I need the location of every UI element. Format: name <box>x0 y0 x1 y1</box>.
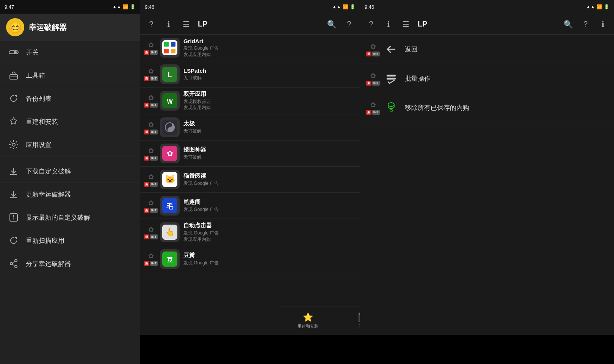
svg-line-16 <box>13 261 15 263</box>
right-menu-button[interactable]: ☰ <box>399 17 413 31</box>
flower-icon: ✿ <box>147 173 155 181</box>
wifi-icon-right: 📶 <box>597 4 602 9</box>
signal-icon-right: ▲▲ <box>586 4 595 9</box>
right-menu-item-remove-iap[interactable]: ✿ 新 INT 移除所有已保存的内购 <box>360 93 614 122</box>
badge-new: 新 <box>144 76 149 81</box>
app-list-item[interactable]: ✿ 新 INT W 双开应用 发现授权验证发现应用内购 <box>140 87 360 115</box>
logo-emoji: 😊 <box>9 21 22 34</box>
bottom-nav-left: ⭐ 重建和安装 ⬛ 开关 🧰 工具箱 🔄 备份列表 <box>280 306 360 335</box>
right-menu-item-batch[interactable]: ✿ 新 INT 批量操作 <box>360 64 614 93</box>
sidebar-item-update[interactable]: 更新幸运破解器 <box>0 183 140 206</box>
svg-rect-40 <box>387 78 396 80</box>
sidebar-item-share[interactable]: 分享幸运破解器 <box>0 252 140 275</box>
svg-rect-20 <box>171 42 175 47</box>
sidebar-item-rescan[interactable]: 重新扫描应用 <box>0 229 140 252</box>
svg-text:毛: 毛 <box>166 203 174 210</box>
left-help-button[interactable]: ? <box>144 17 158 31</box>
badge-int: INT <box>150 103 158 108</box>
search-icon-right: 🔍 <box>564 20 573 29</box>
right-help-button[interactable]: ? <box>364 17 378 31</box>
app-list-item[interactable]: ✿ 新 INT ✿ 搂图神器 无可破解 <box>140 141 360 167</box>
sidebar-item-switch[interactable]: 开关 <box>0 41 140 64</box>
sidebar-item-toolbox[interactable]: 工具箱 <box>0 64 140 87</box>
svg-text:👆: 👆 <box>165 228 175 237</box>
badge-tags: 新 INT <box>144 182 158 187</box>
badge-tags: 新 INT <box>144 130 158 134</box>
nav-rebuild-label-left: 重建和安装 <box>298 323 318 329</box>
sidebar-item-appsettings[interactable]: 应用设置 <box>0 133 140 156</box>
app-list-item[interactable]: ✿ 新 INT 豆 豆瓣 发现 Google 广告 <box>140 246 360 272</box>
right-badge-new: 新 <box>366 52 371 56</box>
right-menu-item-back[interactable]: ✿ 新 INT 返回 <box>360 35 614 64</box>
nav-rebuild-left[interactable]: ⭐ 重建和安装 <box>280 306 335 335</box>
left-help2-button[interactable]: ? <box>342 17 356 31</box>
sidebar-item-backup[interactable]: 备份列表 <box>0 87 140 110</box>
info-icon: ℹ <box>167 20 170 29</box>
status-icons-left: ▲▲ 📶 🔋 <box>112 4 136 9</box>
hamburger-icon: ☰ <box>183 20 190 29</box>
app-desc: 无可破解 <box>183 154 356 161</box>
sidebar-rescan-icon <box>8 234 20 247</box>
right-badge-tags: 新 INT <box>366 110 380 115</box>
app-list-item[interactable]: ✿ 新 INT GridArt 发现 Google 广告发现应用内购 <box>140 35 360 61</box>
left-info-button[interactable]: ℹ <box>161 17 176 31</box>
app-info-7: 自动点击器 发现 Google 广告发现应用内购 <box>183 222 356 243</box>
app-info-6: 笔趣阁 发现 Google 广告 <box>183 198 356 213</box>
badge-left-4: ✿ 新 INT <box>144 147 158 161</box>
left-search-button[interactable]: 🔍 <box>324 17 339 31</box>
sidebar-item-showlatest[interactable]: 显示最新的自定义破解 <box>0 206 140 229</box>
app-name: 豆瓣 <box>183 252 356 259</box>
app-desc: 无可破解 <box>183 128 356 134</box>
sidebar-rebuild-icon <box>8 116 20 128</box>
left-app-list: ✿ 新 INT GridArt 发现 Google 广告发现应用内购 ✿ 新 I… <box>140 35 360 335</box>
right-badge-new: 新 <box>366 110 371 115</box>
right-badge-int: INT <box>372 110 380 115</box>
wifi-icon-mid: 📶 <box>343 4 348 9</box>
right-menu-icon-back <box>382 40 400 58</box>
app-list-item[interactable]: ✿ 新 INT 👆 自动点击器 发现 Google 广告发现应用内购 <box>140 219 360 246</box>
right-help2-button[interactable]: ? <box>578 17 593 31</box>
sidebar-appsettings-label: 应用设置 <box>26 141 52 149</box>
app-desc: 发现 Google 广告 <box>183 180 356 187</box>
status-bar-left: 9:47 ▲▲ 📶 🔋 <box>0 0 140 14</box>
right-info2-button[interactable]: ℹ <box>596 17 610 31</box>
right-menu-label-remove-iap: 移除所有已保存的内购 <box>405 103 469 112</box>
nav-switch-left[interactable]: ⬛ 开关 <box>335 306 360 335</box>
badge-tags: 新 INT <box>144 50 158 55</box>
time-mid: 9:46 <box>145 4 154 10</box>
app-list-item[interactable]: ✿ 新 INT L LSPatch 无可破解 <box>140 61 360 87</box>
app-name: 太极 <box>183 120 356 127</box>
svg-point-41 <box>388 103 394 106</box>
badge-tags: 新 INT <box>144 234 158 239</box>
badge-left-7: ✿ 新 INT <box>144 225 158 239</box>
sidebar-item-download[interactable]: 下载自定义破解 <box>0 160 140 183</box>
app-info-5: 猫番阅读 发现 Google 广告 <box>183 172 356 187</box>
app-name: 猫番阅读 <box>183 172 356 180</box>
badge-int: INT <box>150 156 158 161</box>
app-name: LSPatch <box>183 67 356 74</box>
app-list-item[interactable]: ✿ 新 INT 毛 笔趣阁 发现 Google 广告 <box>140 193 360 219</box>
right-menu-label-back: 返回 <box>405 45 418 54</box>
svg-text:L: L <box>168 70 172 79</box>
right-badge-left-0: ✿ 新 INT <box>366 42 380 56</box>
left-menu-button[interactable]: ☰ <box>179 17 193 31</box>
app-list-item[interactable]: ✿ 新 INT 太极 无可破解 <box>140 114 360 141</box>
app-icon-8: 豆 <box>160 249 180 269</box>
app-icon-4: ✿ <box>160 144 180 163</box>
right-panel: ? ℹ ☰ LP 🔍 ? ℹ ✿ 新 INT 返回 ✿ 新 INT 批量操作 <box>360 14 614 335</box>
app-icon-2: W <box>160 91 180 111</box>
badge-int: INT <box>150 261 158 266</box>
app-desc: 无可破解 <box>183 75 356 81</box>
right-info-button[interactable]: ℹ <box>381 17 396 31</box>
app-list-item[interactable]: ✿ 新 INT 🐱 猫番阅读 发现 Google 广告 <box>140 167 360 193</box>
right-search-button[interactable]: 🔍 <box>561 17 575 31</box>
sidebar-showlatest-icon <box>8 211 20 223</box>
app-title: 幸运破解器 <box>29 22 67 33</box>
sidebar-item-rebuild[interactable]: 重建和安装 <box>0 110 140 133</box>
badge-new: 新 <box>144 130 149 134</box>
sidebar-rebuild-label: 重建和安装 <box>26 117 58 126</box>
question-icon-right: ? <box>369 20 373 28</box>
badge-left-1: ✿ 新 INT <box>144 67 158 81</box>
right-menu-icon-remove-iap <box>382 98 400 117</box>
flower-icon-right: ✿ <box>369 72 377 80</box>
